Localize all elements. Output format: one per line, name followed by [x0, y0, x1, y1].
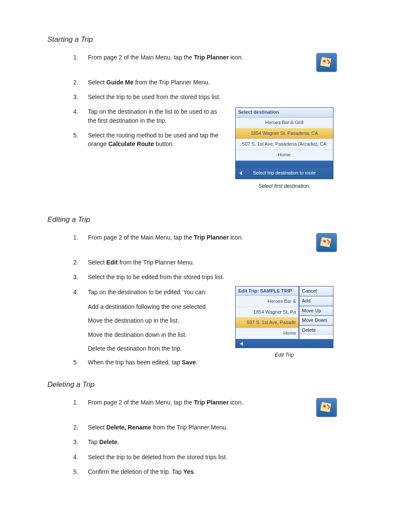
list-text: Select the trip to be edited from the st… [88, 273, 312, 281]
text: icon. [229, 399, 243, 406]
list-text: From page 2 of the Main Menu, tap the Tr… [88, 398, 312, 407]
list-text: Select the trip to be used from the stor… [88, 93, 312, 101]
bold-text: Guide Me [106, 79, 134, 86]
list-text: Select the trip to be deleted from the s… [88, 453, 312, 461]
list-starting: 1. From page 2 of the Main Menu, tap the… [73, 53, 372, 102]
menu-movedown-button[interactable]: Move Down [299, 316, 333, 326]
footer-text: Select trip destination to route [253, 170, 316, 177]
list-num: 1. [73, 398, 88, 407]
text: Select [88, 259, 106, 266]
list-num: 3. [73, 93, 88, 101]
menu-delete-button[interactable]: Delete [299, 326, 333, 335]
edit-row[interactable]: Home [236, 328, 299, 339]
list-num: 3. [73, 438, 88, 446]
figure-edit-trip: Edit Trip: SAMPLE TRIP Cancel Heroes Bar… [235, 286, 333, 348]
edit-row-selected[interactable]: 507 S. 1st Ave, Pasade [236, 317, 299, 328]
list-text: Select Edit from the Trip Planner Menu. [88, 258, 312, 267]
list-text: From page 2 of the Main Menu, tap the Tr… [88, 53, 312, 62]
list-text: When the trip has been edited, tap Save. [88, 358, 312, 367]
text: When the trip has been edited, tap [88, 359, 182, 366]
figure-header: Edit Trip: SAMPLE TRIP [236, 286, 299, 296]
text: From page 2 of the Main Menu, tap the [88, 54, 194, 61]
trip-planner-icon [316, 233, 337, 252]
bold-text: Calculate Route [108, 140, 154, 147]
dest-row[interactable]: Home [236, 150, 333, 161]
text: from the Trip Planner Menu. [118, 259, 194, 266]
bold-text: Edit [106, 259, 118, 266]
text: Select [88, 79, 106, 86]
text: . [196, 359, 198, 366]
text: icon. [229, 234, 243, 241]
list-num: 1. [73, 233, 88, 242]
edit-row[interactable]: Heroes Bar & [236, 296, 299, 307]
bold-text: Trip Planner [194, 234, 229, 241]
text: Confirm the deletion of the trip. Tap [88, 468, 184, 475]
text: Select [88, 424, 106, 431]
edit-row[interactable]: 1854 Wagner St, Pa [236, 307, 299, 318]
dest-row[interactable]: Heroes Bar & Grill [236, 118, 333, 128]
list-num: 1. [73, 53, 88, 62]
sub-item: Delete the destination from the trip. [88, 344, 252, 353]
list-num: 5. [73, 467, 88, 476]
sub-item: Move the destination down in the list. [88, 330, 252, 339]
svg-point-3 [323, 240, 326, 243]
back-arrow-icon[interactable] [239, 171, 242, 175]
text: Tap [88, 439, 99, 445]
text: from the Trip Planner Menu. [151, 424, 227, 431]
text: icon. [229, 54, 243, 61]
list-num: 3. [73, 273, 88, 281]
figure-select-destination: Select destination Heroes Bar & Grill 18… [235, 107, 333, 179]
bold-text: Yes [184, 468, 194, 475]
text: . [194, 468, 196, 475]
menu-cancel-button[interactable]: Cancel [299, 286, 333, 296]
text: . [118, 439, 119, 445]
text: From page 2 of the Main Menu, tap the [88, 234, 194, 241]
figure-footer[interactable]: Select trip destination to route [236, 168, 333, 179]
text: button. [154, 140, 174, 147]
list-num: 5. [73, 131, 88, 140]
figure-header: Select destination [236, 108, 333, 118]
heading-editing-a-trip: Editing a Trip [47, 215, 372, 225]
heading-deleting-a-trip: Deleting a Trip [47, 380, 372, 390]
trip-planner-icon [316, 398, 337, 417]
list-num: 2. [73, 78, 88, 87]
bold-text: Trip Planner [194, 54, 229, 61]
svg-point-5 [323, 405, 326, 408]
list-text: Tap on the destination in the list to be… [88, 107, 226, 125]
figure-caption: Select first destination. [235, 183, 333, 190]
list-deleting: 1. From page 2 of the Main Menu, tap the… [73, 398, 372, 476]
trip-planner-icon [316, 53, 337, 72]
list-num: 2. [73, 258, 88, 267]
edit-menu: Add Move Up Move Down Delete [299, 296, 333, 339]
list-text: Select Delete, Rename from the Trip Plan… [88, 423, 312, 432]
list-editing: 1. From page 2 of the Main Menu, tap the… [73, 233, 372, 282]
list-editing-end: 5. When the trip has been edited, tap Sa… [73, 358, 372, 367]
text: from the Trip Planner Menu. [134, 79, 210, 86]
list-text: Select the routing method to be used and… [88, 131, 226, 149]
list-num: 4. [73, 288, 88, 296]
sub-item: Move the destination up in the list. [88, 316, 252, 325]
back-arrow-icon[interactable] [240, 342, 243, 346]
list-num: 2. [73, 423, 88, 432]
bold-text: Save [182, 359, 196, 366]
list-text: From page 2 of the Main Menu, tap the Tr… [88, 233, 312, 242]
text: From page 2 of the Main Menu, tap the [88, 399, 194, 406]
spacer [236, 161, 333, 168]
heading-starting-a-trip: Starting a Trip [47, 34, 372, 45]
list-text: Tap on the destination to be edited. You… [88, 288, 217, 296]
bold-text: Delete, Rename [106, 424, 151, 431]
figure-caption: Edit Trip [235, 352, 333, 359]
sub-item: Add a destination following the one sele… [88, 302, 252, 311]
menu-add-button[interactable]: Add [299, 296, 333, 306]
list-num: 5. [73, 358, 88, 367]
list-num: 4. [73, 107, 88, 116]
figure-bottom-bar [236, 339, 333, 348]
bold-text: Trip Planner [194, 399, 229, 406]
dest-row[interactable]: 507 S. 1st Ave, Pasadena (Arcadia), CA [236, 139, 333, 150]
list-text: Confirm the deletion of the trip. Tap Ye… [88, 467, 312, 476]
list-text: Tap Delete. [88, 438, 312, 446]
menu-moveup-button[interactable]: Move Up [299, 306, 333, 316]
svg-point-1 [323, 60, 326, 62]
bold-text: Delete [99, 439, 117, 445]
dest-row-selected[interactable]: 1854 Wagner St, Pasadena, CA [236, 128, 333, 139]
